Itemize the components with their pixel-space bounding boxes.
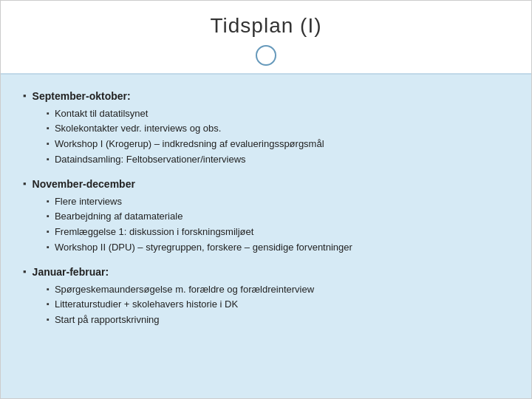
sub-text-1-3: Workshop I (Krogerup) – indkredsning af … — [55, 137, 324, 151]
inner-bullet-3-2: ▪ — [47, 299, 50, 308]
list-item: ▪Flere interviews — [47, 195, 509, 209]
inner-bullet-2-4: ▪ — [47, 242, 50, 251]
slide-title: Tidsplan (I) — [210, 14, 321, 38]
inner-bullet-1-3: ▪ — [47, 139, 50, 148]
sub-text-2-1: Flere interviews — [55, 195, 122, 209]
outer-bullet-1: ▪ — [23, 90, 27, 101]
list-item: ▪Spørgeskemaundersøgelse m. forældre og … — [47, 283, 509, 297]
list-item: ▪Workshop II (DPU) – styregruppen, forsk… — [47, 241, 509, 255]
sub-text-1-2: Skolekontakter vedr. interviews og obs. — [55, 122, 221, 136]
section-title-3: Januar-februar: — [33, 265, 109, 280]
inner-bullet-3-3: ▪ — [47, 315, 50, 324]
title-decoration-circle — [256, 45, 276, 66]
list-item: ▪Workshop I (Krogerup) – indkredsning af… — [47, 137, 509, 151]
slide-content: ▪September-oktober:▪Kontakt til datatils… — [1, 75, 531, 398]
section-1: ▪September-oktober:▪Kontakt til datatils… — [23, 89, 509, 167]
list-item: ▪Skolekontakter vedr. interviews og obs. — [47, 122, 509, 136]
section-title-1: September-oktober: — [33, 89, 131, 104]
slide-header: Tidsplan (I) — [1, 1, 531, 75]
sub-text-3-2: Litteraturstudier + skolehavers historie… — [55, 298, 238, 312]
list-item: ▪Dataindsamling: Feltobservationer/inter… — [47, 153, 509, 167]
section-title-2: November-december — [33, 177, 135, 192]
list-item: ▪Litteraturstudier + skolehavers histori… — [47, 298, 509, 312]
section-header-2: ▪November-december — [23, 177, 509, 192]
inner-bullet-1-2: ▪ — [47, 123, 50, 132]
inner-bullet-1-4: ▪ — [47, 154, 50, 163]
inner-bullet-2-1: ▪ — [47, 197, 50, 205]
inner-bullet-3-1: ▪ — [47, 284, 50, 293]
sub-items-2: ▪Flere interviews▪Bearbejdning af datama… — [47, 195, 509, 255]
section-header-1: ▪September-oktober: — [23, 89, 509, 104]
sub-text-3-1: Spørgeskemaundersøgelse m. forældre og f… — [55, 283, 314, 297]
sub-text-1-1: Kontakt til datatilsynet — [55, 107, 148, 121]
list-item: ▪Start på rapportskrivning — [47, 313, 509, 327]
list-item: ▪Bearbejdning af datamateriale — [47, 210, 509, 224]
sub-items-3: ▪Spørgeskemaundersøgelse m. forældre og … — [47, 283, 509, 328]
outer-bullet-3: ▪ — [23, 266, 27, 277]
list-item: ▪Kontakt til datatilsynet — [47, 107, 509, 121]
slide: Tidsplan (I) ▪September-oktober:▪Kontakt… — [0, 0, 532, 399]
sub-text-2-3: Fremlæggelse 1: diskussion i forskningsm… — [55, 225, 253, 239]
sub-text-2-4: Workshop II (DPU) – styregruppen, forske… — [55, 241, 352, 255]
outer-bullet-2: ▪ — [23, 178, 27, 189]
section-2: ▪November-december▪Flere interviews▪Bear… — [23, 177, 509, 255]
section-3: ▪Januar-februar:▪Spørgeskemaundersøgelse… — [23, 265, 509, 327]
section-header-3: ▪Januar-februar: — [23, 265, 509, 280]
inner-bullet-2-3: ▪ — [47, 227, 50, 236]
inner-bullet-1-1: ▪ — [47, 109, 50, 117]
sub-text-2-2: Bearbejdning af datamateriale — [55, 210, 183, 224]
sub-text-1-4: Dataindsamling: Feltobservationer/interv… — [55, 153, 246, 167]
sub-items-1: ▪Kontakt til datatilsynet▪Skolekontakter… — [47, 107, 509, 167]
list-item: ▪Fremlæggelse 1: diskussion i forsknings… — [47, 225, 509, 239]
sub-text-3-3: Start på rapportskrivning — [55, 313, 160, 327]
inner-bullet-2-2: ▪ — [47, 211, 50, 220]
